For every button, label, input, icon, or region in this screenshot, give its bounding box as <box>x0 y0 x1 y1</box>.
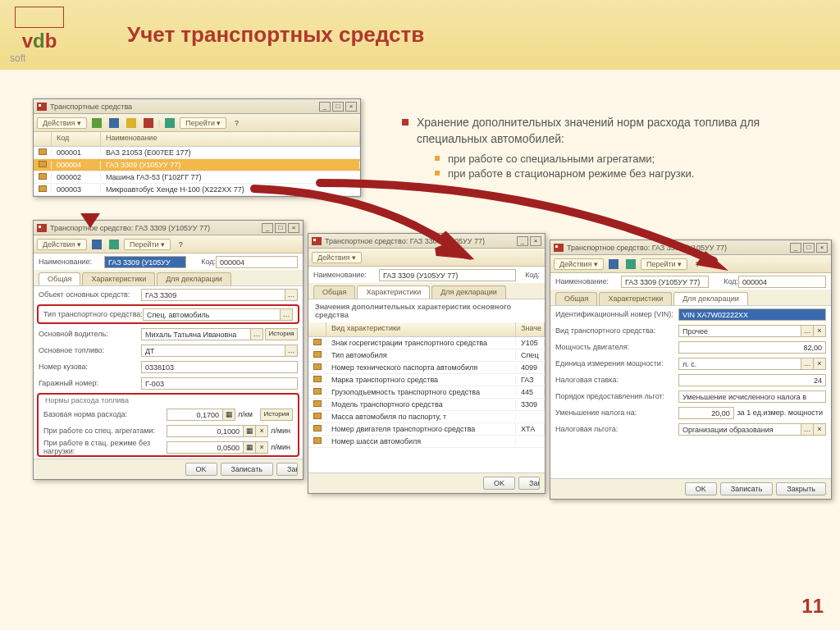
table-row[interactable]: Масса автомобиля по паспорту, т <box>308 411 545 423</box>
table-row[interactable]: Номер технического паспорта автомобиля40… <box>308 362 545 374</box>
ok-button[interactable]: OK <box>185 463 217 476</box>
table-row[interactable]: 000002Машина ГАЗ-53 (Г102ГГ 77) <box>34 171 360 184</box>
tab-chars[interactable]: Характеристики <box>599 292 672 305</box>
input-code[interactable]: 000004 <box>216 256 298 268</box>
col-code[interactable]: Код <box>52 132 101 146</box>
write-button[interactable]: Записать <box>518 477 540 490</box>
input-garage[interactable]: Г-003 <box>141 377 298 390</box>
maximize-button[interactable]: □ <box>803 243 815 253</box>
titlebar[interactable]: Транспортные средства _□× <box>34 99 360 114</box>
table-row[interactable]: Тип автомобиляСпец <box>308 349 545 362</box>
table-row[interactable]: Знак госрегистрации транспортного средст… <box>308 337 545 349</box>
tab-chars[interactable]: Характеристики <box>357 285 430 299</box>
minimize-button[interactable]: _ <box>517 236 528 246</box>
picker-button[interactable]: … <box>801 358 814 370</box>
maximize-button[interactable]: □ <box>332 102 344 112</box>
clear-button[interactable]: × <box>813 358 826 370</box>
close-button[interactable]: × <box>345 102 357 112</box>
table-row[interactable]: Марка транспортного средстваГАЗ <box>308 374 545 386</box>
input-vin[interactable]: VIN XA7W02222XX <box>678 308 826 321</box>
input-code[interactable]: 000004 <box>738 276 826 288</box>
copy-icon[interactable] <box>124 116 139 130</box>
goto-button[interactable]: Перейти ▾ <box>124 239 171 250</box>
table-row-selected[interactable]: 000004ГАЗ 3309 (У105УУ 77) <box>34 159 360 171</box>
input-unit[interactable]: л. с. <box>678 358 801 370</box>
input-base-rate[interactable]: 0,1700 <box>167 409 223 421</box>
col-char[interactable]: Вид характеристики <box>326 322 516 336</box>
table-row[interactable]: Модель транспортного средства3309 <box>308 399 545 411</box>
refresh-icon[interactable] <box>107 238 121 251</box>
titlebar[interactable]: Транспортное средство: ГАЗ 3309 (У105УУ … <box>550 240 831 255</box>
input-fuel[interactable]: ДТ <box>141 345 285 357</box>
clear-button[interactable]: × <box>813 423 826 436</box>
tab-decl[interactable]: Для декларации <box>431 285 506 299</box>
refresh-icon[interactable] <box>623 258 638 271</box>
calc-button[interactable]: ▦ <box>243 425 256 437</box>
table-row[interactable]: 000001ВАЗ 21053 (Е007ЕЕ 177) <box>34 147 360 159</box>
table-row[interactable]: 000003Микроавтобус Хенде Н-100 (Х222ХХ 7… <box>34 184 360 196</box>
goto-button[interactable]: Перейти ▾ <box>641 258 687 270</box>
save-icon[interactable] <box>89 238 104 251</box>
picker-button[interactable]: … <box>801 423 814 436</box>
table-row[interactable]: Грузоподъемность транспортного средства4… <box>308 386 545 399</box>
refresh-icon[interactable] <box>162 116 177 130</box>
help-icon[interactable]: ? <box>229 116 244 130</box>
clear-button[interactable]: × <box>813 325 826 337</box>
help-icon[interactable]: ? <box>173 238 188 251</box>
picker-button[interactable]: … <box>285 289 298 301</box>
input-name[interactable]: ГАЗ 3309 (У105УУ 77) <box>104 256 186 268</box>
table-row[interactable]: Номер двигателя транспортного средстваХТ… <box>308 423 545 436</box>
input-driver[interactable]: Михаль Татьяна Ивановна <box>141 328 251 340</box>
clear-button[interactable]: × <box>255 441 268 454</box>
input-spec-rate[interactable]: 0,1000 <box>167 425 244 437</box>
input-benefit[interactable]: Организации образования <box>678 423 801 436</box>
input-reduce[interactable]: 20,00 <box>678 407 734 419</box>
input-rate[interactable]: 24 <box>678 374 826 386</box>
tab-decl[interactable]: Для декларации <box>673 292 748 305</box>
input-order[interactable]: Уменьшение исчисленного налога в процент… <box>678 390 826 403</box>
col-val[interactable]: Значе <box>516 322 545 336</box>
history-button[interactable]: История <box>260 409 293 421</box>
minimize-button[interactable]: _ <box>262 223 273 233</box>
tab-general[interactable]: Общая <box>313 285 355 299</box>
write-button[interactable]: Записать <box>720 482 773 495</box>
add-icon[interactable] <box>89 116 104 130</box>
input-power[interactable]: 82,00 <box>678 341 826 354</box>
input-body[interactable]: 0338103 <box>141 361 298 373</box>
picker-button[interactable]: … <box>285 345 298 357</box>
input-name[interactable]: ГАЗ 3309 (У105УУ 77) <box>379 269 516 281</box>
ok-button[interactable]: OK <box>483 477 515 490</box>
input-type[interactable]: Спец. автомобиль <box>143 308 281 321</box>
actions-button[interactable]: Действия ▾ <box>312 252 362 263</box>
minimize-button[interactable]: _ <box>319 102 331 112</box>
close-form-button[interactable]: Закрыть <box>776 482 826 495</box>
clear-button[interactable]: × <box>255 425 268 437</box>
input-object[interactable]: ГАЗ 3309 <box>141 289 285 301</box>
tab-chars[interactable]: Характеристики <box>82 272 155 285</box>
save-icon[interactable] <box>606 258 621 271</box>
goto-button[interactable]: Перейти ▾ <box>180 117 226 129</box>
actions-button[interactable]: Действия ▾ <box>37 239 87 250</box>
close-button[interactable]: × <box>288 223 299 233</box>
actions-button[interactable]: Действия ▾ <box>554 258 604 270</box>
picker-button[interactable]: … <box>280 308 293 321</box>
minimize-button[interactable]: _ <box>790 243 801 253</box>
calc-button[interactable]: ▦ <box>243 441 256 454</box>
actions-button[interactable]: Действия ▾ <box>37 117 87 129</box>
maximize-button[interactable]: □ <box>275 223 286 233</box>
edit-icon[interactable] <box>107 116 121 130</box>
tab-decl[interactable]: Для декларации <box>157 272 231 285</box>
titlebar[interactable]: Транспортное средство: ГАЗ 3309 (У105УУ … <box>308 234 545 249</box>
tab-general[interactable]: Общая <box>39 272 80 285</box>
close-button[interactable]: × <box>530 236 541 246</box>
history-button[interactable]: История <box>265 328 298 340</box>
picker-button[interactable]: … <box>801 325 814 337</box>
input-type[interactable]: Прочее <box>678 325 801 337</box>
ok-button[interactable]: OK <box>685 482 717 495</box>
col-name[interactable]: Наименование <box>101 132 360 146</box>
table-row[interactable]: Номер шасси автомобиля <box>308 436 545 448</box>
tab-general[interactable]: Общая <box>555 292 597 305</box>
input-stat-rate[interactable]: 0,0500 <box>167 441 244 454</box>
titlebar[interactable]: Транспортное средство: ГАЗ 3309 (У105УУ … <box>34 221 303 235</box>
close-button[interactable]: × <box>816 243 828 253</box>
